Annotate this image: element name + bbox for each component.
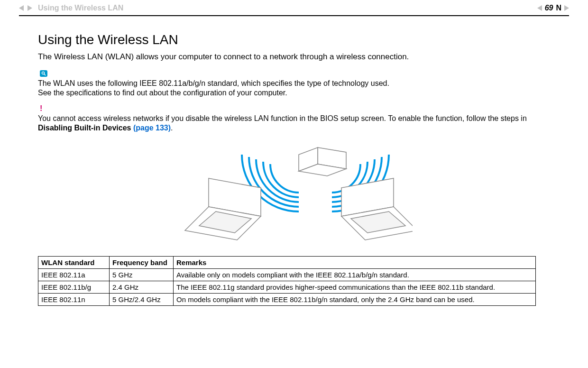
cell-band: 5 GHz/2.4 GHz [110,294,174,306]
nav-back-icon[interactable] [537,5,542,11]
cell-band: 5 GHz [110,269,174,281]
info-note: The WLAN uses the following IEEE 802.11a… [38,69,550,98]
col-header-remarks: Remarks [174,257,536,269]
section-title: Using the Wireless LAN [38,32,550,47]
header-letter: N [556,4,561,12]
svg-line-1 [44,74,46,75]
warning-bold: Disabling Built-in Devices [38,124,133,132]
cell-remark: On models compliant with the IEEE 802.11… [174,294,536,306]
table-header-row: WLAN standard Frequency band Remarks [38,257,536,269]
svg-point-0 [42,72,44,74]
document-header: Using the Wireless LAN 69 N [19,3,569,13]
col-header-band: Frequency band [110,257,174,269]
warning-text-prefix: You cannot access wireless networks if y… [38,114,527,122]
nav-next-icon[interactable] [28,5,32,11]
magnifier-icon [40,70,47,77]
note-line-1: The WLAN uses the following IEEE 802.11a… [38,79,389,87]
warning-suffix: . [171,124,173,132]
table-row: IEEE 802.11b/g 2.4 GHz The IEEE 802.11g … [38,281,536,294]
page-number: 69 [545,4,553,12]
cell-band: 2.4 GHz [110,281,174,294]
running-title: Using the Wireless LAN [38,4,123,12]
cell-standard: IEEE 802.11n [38,294,110,306]
page-link[interactable]: (page 133) [133,124,171,132]
nav-prev-icon[interactable] [19,5,24,11]
cell-standard: IEEE 802.11b/g [38,281,110,294]
table-row: IEEE 802.11n 5 GHz/2.4 GHz On models com… [38,294,536,306]
nav-forward-icon[interactable] [564,5,569,11]
warning-note: ! You cannot access wireless networks if… [38,104,550,133]
intro-paragraph: The Wireless LAN (WLAN) allows your comp… [38,52,550,62]
cell-standard: IEEE 802.11a [38,269,110,281]
table-row: IEEE 802.11a 5 GHz Available only on mod… [38,269,536,281]
col-header-standard: WLAN standard [38,257,110,269]
wlan-illustration [38,145,550,245]
cell-remark: The IEEE 802.11g standard provides highe… [174,281,536,294]
exclamation-icon: ! [40,104,42,112]
cell-remark: Available only on models compliant with … [174,269,536,281]
note-line-2: See the specifications to find out about… [38,89,287,97]
wlan-standards-table: WLAN standard Frequency band Remarks IEE… [38,256,536,306]
